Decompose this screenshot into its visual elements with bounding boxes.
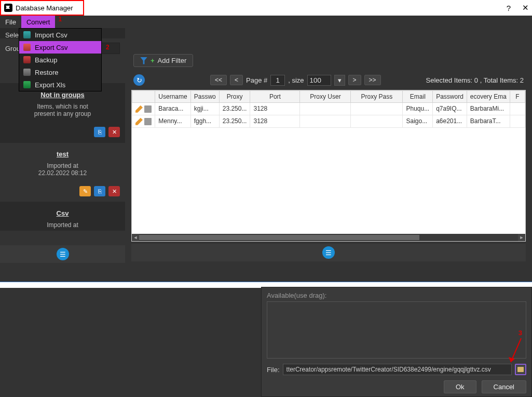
menu-export-xls[interactable]: Export Xls	[19, 78, 101, 91]
help-button[interactable]: ?	[507, 4, 511, 12]
page-input[interactable]	[270, 75, 285, 86]
table-header: Username Passwo Proxy Port Proxy User Pr…	[132, 91, 525, 103]
status-text: Selected Items: 0 , Total Items: 2	[426, 76, 524, 84]
pager-first[interactable]: <<	[210, 75, 227, 85]
col-recovery[interactable]: ecovery Ema	[467, 91, 510, 103]
folder-icon	[517, 367, 524, 372]
list-toggle-button[interactable]: ☰	[322, 246, 335, 259]
group-title: Not in groups	[5, 91, 120, 99]
copy-button[interactable]: ⎘	[94, 127, 105, 137]
menubar: File Convert 1	[0, 16, 532, 28]
annotation-1: 1	[58, 16, 62, 28]
available-label: Available(use drag):	[267, 292, 526, 299]
menu-import-csv[interactable]: Import Csv	[19, 29, 101, 41]
group-sub2: 22.02.2022 08:12	[5, 169, 120, 177]
scroll-thumb[interactable]	[139, 235, 419, 240]
menu-backup-label: Backup	[35, 56, 57, 64]
col-epassword[interactable]: Password	[433, 91, 467, 103]
export-dialog: Available(use drag): 3 File: Ok Cancel	[261, 287, 532, 397]
ok-button[interactable]: Ok	[444, 380, 476, 393]
xls-icon	[23, 81, 31, 88]
add-filter-label: Add Filter	[158, 57, 187, 64]
menu-convert[interactable]: Convert	[21, 16, 56, 28]
select-label: Sele	[5, 31, 19, 39]
convert-dropdown: Import Csv Export Csv Backup Restore Exp…	[19, 28, 102, 91]
col-proxy-pass[interactable]: Proxy Pass	[351, 91, 403, 103]
data-table: Username Passwo Proxy Port Proxy User Pr…	[131, 90, 526, 242]
group-card-not-in-groups[interactable]: Not in groups Items, which is not presen…	[0, 83, 125, 142]
menu-restore-label: Restore	[35, 69, 59, 76]
sidebar-footer: ☰	[0, 245, 125, 263]
group-title: Csv	[5, 209, 120, 217]
col-username[interactable]: Username	[155, 91, 190, 103]
group-card-test[interactable]: test Imported at 22.02.2022 08:12 ✎ ⎘ ✕	[0, 142, 125, 202]
size-dropdown[interactable]: ▾	[334, 75, 345, 86]
edit-button[interactable]: ✎	[79, 186, 91, 196]
menu-export-csv-label: Export Csv	[35, 44, 68, 51]
copy-button[interactable]: ⎘	[94, 186, 105, 196]
trash-icon[interactable]	[144, 105, 152, 113]
window-title: Database Manager	[16, 4, 73, 12]
trash-icon[interactable]	[144, 118, 152, 125]
refresh-button[interactable]: ↻	[133, 74, 145, 86]
scroll-left-icon[interactable]: ◄	[132, 234, 139, 241]
scroll-right-icon[interactable]: ►	[518, 234, 525, 241]
edit-icon[interactable]	[135, 105, 143, 113]
menu-file[interactable]: File	[0, 16, 21, 28]
file-path-input[interactable]	[283, 364, 512, 375]
col-port[interactable]: Port	[250, 91, 300, 103]
pager-last[interactable]: >>	[364, 75, 381, 85]
group-card-csv[interactable]: Csv Imported at	[0, 202, 125, 231]
delete-button[interactable]: ✕	[108, 127, 120, 137]
group-title: test	[5, 150, 120, 158]
app-icon	[4, 4, 12, 12]
backup-icon	[23, 56, 31, 63]
pager-next[interactable]: >	[348, 75, 361, 85]
col-proxy-user[interactable]: Proxy User	[300, 91, 351, 103]
toolbar: + Add Filter	[125, 51, 532, 70]
table-row[interactable]: Menny...fggh...23.250...3128Saigo...a6e2…	[132, 115, 525, 127]
plus-icon: +	[151, 57, 155, 64]
group-sub1: Imported at	[5, 221, 120, 229]
annotation-3: 3	[519, 329, 522, 337]
col-actions	[132, 91, 155, 103]
list-toggle-button[interactable]: ☰	[57, 248, 69, 260]
cancel-button[interactable]: Cancel	[482, 380, 526, 393]
drag-area[interactable]	[267, 301, 526, 359]
filter-icon	[140, 57, 147, 64]
menu-export-xls-label: Export Xls	[35, 81, 65, 89]
col-extra[interactable]: F	[510, 91, 525, 103]
add-filter-button[interactable]: + Add Filter	[133, 54, 193, 67]
menu-import-csv-label: Import Csv	[35, 31, 67, 39]
col-proxy[interactable]: Proxy	[219, 91, 250, 103]
group-sub1: Imported at	[5, 162, 120, 169]
menu-export-csv[interactable]: Export Csv	[19, 41, 101, 54]
size-label: , size	[288, 76, 304, 84]
titlebar: Database Manager ? ✕	[0, 0, 532, 16]
delete-button[interactable]: ✕	[108, 186, 120, 196]
group-sub1: Items, which is not	[5, 103, 120, 110]
size-input[interactable]	[307, 75, 331, 86]
menu-restore[interactable]: Restore	[19, 66, 101, 78]
menu-backup[interactable]: Backup	[19, 54, 101, 66]
close-button[interactable]: ✕	[522, 3, 529, 12]
table-row[interactable]: Baraca...kgji...23.250...3128Phuqu...q7a…	[132, 103, 525, 115]
col-email[interactable]: Email	[403, 91, 433, 103]
file-row: File:	[267, 364, 526, 375]
pager-prev[interactable]: <	[230, 75, 243, 85]
annotation-2: 2	[106, 44, 110, 51]
content-footer: ☰	[131, 244, 526, 261]
csv-icon	[23, 31, 31, 38]
group-sub2: present in any group	[5, 110, 120, 117]
horizontal-scrollbar[interactable]: ◄ ►	[132, 234, 525, 241]
svg-marker-1	[509, 357, 515, 362]
file-label: File:	[267, 366, 280, 374]
edit-icon[interactable]	[135, 118, 143, 125]
page-label: Page #	[246, 76, 267, 84]
pager: ↻ << < Page # , size ▾ > >> Selected Ite…	[125, 70, 532, 90]
annotation-arrow	[508, 337, 524, 366]
col-password[interactable]: Passwo	[190, 91, 219, 103]
restore-icon	[23, 69, 31, 76]
csv-icon	[23, 44, 31, 51]
